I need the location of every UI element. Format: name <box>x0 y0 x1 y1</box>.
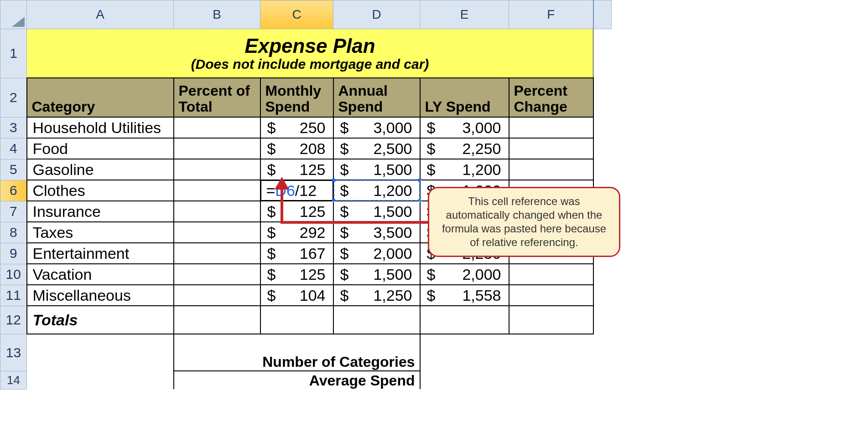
row-5: 5Gasoline$125$1,500$1,200 <box>0 159 612 180</box>
row-13: 13 Number of Categories <box>0 334 612 371</box>
cell-D3[interactable]: $3,000 <box>333 117 420 138</box>
cell-D8[interactable]: $3,500 <box>333 222 420 243</box>
row-header-5[interactable]: 5 <box>0 159 27 180</box>
title-cell[interactable]: Expense Plan (Does not include mortgage … <box>27 29 593 78</box>
row-10: 10Vacation$125$1,500$2,000 <box>0 264 612 285</box>
row-header-1[interactable]: 1 <box>0 29 27 78</box>
row-11: 11Miscellaneous$104$1,250$1,558 <box>0 285 612 306</box>
cell-A4[interactable]: Food <box>27 138 174 159</box>
annotation-callout: This cell reference was automatically ch… <box>428 187 620 257</box>
cell-C11[interactable]: $104 <box>260 285 333 306</box>
cell-D4[interactable]: $2,500 <box>333 138 420 159</box>
callout-text: This cell reference was automatically ch… <box>442 195 606 248</box>
row-header-3[interactable]: 3 <box>0 117 27 138</box>
cell-B11[interactable] <box>174 285 260 306</box>
select-all-corner[interactable] <box>0 0 27 29</box>
row-header-14[interactable]: 14 <box>0 371 27 389</box>
cell-E3[interactable]: $3,000 <box>420 117 509 138</box>
cell-C9[interactable]: $167 <box>260 243 333 264</box>
cell-D6[interactable]: $1,200 <box>333 180 420 201</box>
cell-D7[interactable]: $1,500 <box>333 201 420 222</box>
col-header-A[interactable]: A <box>27 0 174 29</box>
row-4: 4Food$208$2,500$2,250 <box>0 138 612 159</box>
row-header-4[interactable]: 4 <box>0 138 27 159</box>
col-header-F[interactable]: F <box>509 0 593 29</box>
cell-C8[interactable]: $292 <box>260 222 333 243</box>
cell-F5[interactable] <box>509 159 593 180</box>
row-1: 1 Expense Plan (Does not include mortgag… <box>0 29 612 78</box>
cell-E13[interactable] <box>420 334 509 371</box>
cell-D10[interactable]: $1,500 <box>333 264 420 285</box>
cell-E11[interactable]: $1,558 <box>420 285 509 306</box>
row-header-10[interactable]: 10 <box>0 264 27 285</box>
cell-B12[interactable] <box>174 306 260 334</box>
col-header-C[interactable]: C <box>260 0 333 29</box>
col-header-E[interactable]: E <box>420 0 509 29</box>
cell-E12[interactable] <box>420 306 509 334</box>
column-header-row: A B C D E F <box>0 0 612 29</box>
cell-D5[interactable]: $1,500 <box>333 159 420 180</box>
cell-F4[interactable] <box>509 138 593 159</box>
cell-A11[interactable]: Miscellaneous <box>27 285 174 306</box>
cell-C3[interactable]: $250 <box>260 117 333 138</box>
cell-F12[interactable] <box>509 306 593 334</box>
row-header-6[interactable]: 6 <box>0 180 27 201</box>
hdr-category[interactable]: Category <box>27 78 174 117</box>
row-14: 14 Average Spend <box>0 371 612 389</box>
row-header-12[interactable]: 12 <box>0 306 27 334</box>
cell-C4[interactable]: $208 <box>260 138 333 159</box>
hdr-monthly-spend[interactable]: Monthly Spend <box>260 78 333 117</box>
row-header-13[interactable]: 13 <box>0 334 27 371</box>
title-main: Expense Plan <box>29 36 591 57</box>
totals-label[interactable]: Totals <box>27 306 174 334</box>
hdr-ly-spend[interactable]: LY Spend <box>420 78 509 117</box>
cell-B5[interactable] <box>174 159 260 180</box>
cell-F11[interactable] <box>509 285 593 306</box>
cell-D9[interactable]: $2,000 <box>333 243 420 264</box>
col-header-D[interactable]: D <box>333 0 420 29</box>
cell-D12[interactable] <box>333 306 420 334</box>
cell-A3[interactable]: Household Utilities <box>27 117 174 138</box>
cell-D11[interactable]: $1,250 <box>333 285 420 306</box>
cell-E4[interactable]: $2,250 <box>420 138 509 159</box>
cell-F3[interactable] <box>509 117 593 138</box>
cell-C10[interactable]: $125 <box>260 264 333 285</box>
cell-A5[interactable]: Gasoline <box>27 159 174 180</box>
cell-C6[interactable]: =D6/12 <box>260 180 333 201</box>
cell-A9[interactable]: Entertainment <box>27 243 174 264</box>
avg-spend-label[interactable]: Average Spend <box>174 371 420 389</box>
cell-B3[interactable] <box>174 117 260 138</box>
cell-A13[interactable] <box>27 334 174 371</box>
cell-A10[interactable]: Vacation <box>27 264 174 285</box>
row-header-8[interactable]: 8 <box>0 222 27 243</box>
cell-B8[interactable] <box>174 222 260 243</box>
cell-B9[interactable] <box>174 243 260 264</box>
cell-B7[interactable] <box>174 201 260 222</box>
hdr-percent-change[interactable]: Percent Change <box>509 78 593 117</box>
cell-A6[interactable]: Clothes <box>27 180 174 201</box>
cell-A8[interactable]: Taxes <box>27 222 174 243</box>
cell-C7[interactable]: $125 <box>260 201 333 222</box>
col-header-B[interactable]: B <box>174 0 260 29</box>
num-categories-label[interactable]: Number of Categories <box>174 334 420 371</box>
cell-B10[interactable] <box>174 264 260 285</box>
hdr-percent-total[interactable]: Percent of Total <box>174 78 260 117</box>
col-header-G[interactable] <box>593 0 612 29</box>
cell-E10[interactable]: $2,000 <box>420 264 509 285</box>
cell-A14[interactable] <box>27 371 174 389</box>
cell-F10[interactable] <box>509 264 593 285</box>
cell-B4[interactable] <box>174 138 260 159</box>
cell-F13[interactable] <box>509 334 593 371</box>
row-header-9[interactable]: 9 <box>0 243 27 264</box>
hdr-annual-spend[interactable]: Annual Spend <box>333 78 420 117</box>
cell-C5[interactable]: $125 <box>260 159 333 180</box>
row-header-11[interactable]: 11 <box>0 285 27 306</box>
cell-B6[interactable] <box>174 180 260 201</box>
row-12: 12 Totals <box>0 306 612 334</box>
row-header-2[interactable]: 2 <box>0 78 27 117</box>
row-header-7[interactable]: 7 <box>0 201 27 222</box>
cell-C12[interactable] <box>260 306 333 334</box>
cell-A7[interactable]: Insurance <box>27 201 174 222</box>
title-subtitle: (Does not include mortgage and car) <box>29 57 591 72</box>
cell-E5[interactable]: $1,200 <box>420 159 509 180</box>
